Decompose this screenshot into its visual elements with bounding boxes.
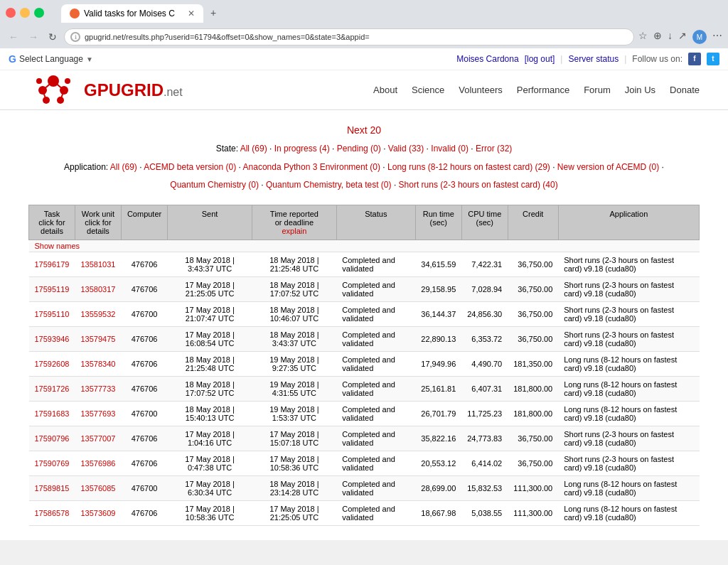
state-error[interactable]: Error (32) — [476, 144, 512, 154]
nav-science[interactable]: Science — [412, 74, 444, 106]
workunit-link[interactable]: 13559532 — [80, 310, 115, 318]
task-link[interactable]: 17595119 — [35, 285, 70, 294]
forward-button[interactable]: → — [26, 28, 41, 45]
workunit-link[interactable]: 13577693 — [80, 409, 115, 418]
app-quantum-chem[interactable]: Quantum Chemistry (0) — [170, 180, 259, 190]
sent-time: 17 May 2018 | 6:30:34 UTC — [168, 475, 252, 500]
task-link[interactable]: 17586578 — [35, 509, 70, 517]
task-link[interactable]: 17591683 — [35, 409, 70, 418]
menu-button[interactable]: ⋯ — [712, 30, 722, 44]
nav-donate[interactable]: Donate — [670, 74, 700, 106]
bookmark-icon[interactable]: ☆ — [638, 30, 648, 44]
computer-id: 476706 — [121, 376, 167, 401]
workunit-id: 13580317 — [75, 276, 121, 301]
task-link[interactable]: 17595110 — [35, 310, 70, 318]
workunit-link[interactable]: 13576986 — [80, 459, 115, 468]
back-button[interactable]: ← — [6, 28, 21, 45]
tab-bar: Valid tasks for Moises C ✕ + — [55, 3, 660, 23]
status: Completed and validated — [336, 252, 415, 276]
reported-time: 19 May 2018 | 4:31:55 UTC — [252, 376, 337, 401]
tab-close-button[interactable]: ✕ — [188, 9, 195, 18]
computer-id: 476706 — [121, 252, 167, 276]
workunit-link[interactable]: 13578340 — [80, 360, 115, 368]
application: Short runs (2-3 hours on fastest card) v… — [558, 326, 699, 351]
task-link[interactable]: 17593946 — [35, 335, 70, 343]
table-header-row: Taskclick fordetails Work unitclick ford… — [29, 205, 700, 240]
task-id: 17591683 — [29, 401, 75, 426]
app-all[interactable]: All (69) — [110, 162, 137, 172]
minimize-button[interactable] — [20, 8, 30, 18]
nav-volunteers[interactable]: Volunteers — [459, 74, 502, 106]
profile-icon[interactable]: M — [692, 30, 707, 44]
app-acemd-beta[interactable]: ACEMD beta version (0) — [144, 162, 236, 172]
twitter-icon[interactable]: t — [707, 53, 719, 65]
maximize-button[interactable] — [34, 8, 44, 18]
nav-about[interactable]: About — [373, 74, 397, 106]
computer-id: 476700 — [121, 301, 167, 326]
task-id: 17593946 — [29, 326, 75, 351]
task-link[interactable]: 17591726 — [35, 384, 70, 393]
table-row: 17590769 13576986 476706 17 May 2018 | 0… — [29, 451, 700, 475]
credit: 36,750.00 — [508, 252, 558, 276]
google-translate-widget[interactable]: G Select Language ▼ — [9, 53, 93, 65]
app-long-runs[interactable]: Long runs (8-12 hours on fastest card) (… — [387, 162, 550, 172]
workunit-link[interactable]: 13581031 — [80, 260, 115, 269]
task-link[interactable]: 17590796 — [35, 434, 70, 443]
facebook-icon[interactable]: f — [688, 53, 701, 65]
state-valid[interactable]: Valid (33) — [388, 144, 424, 154]
show-names-link[interactable]: Show names — [35, 242, 80, 250]
new-tab-button[interactable]: + — [203, 3, 223, 23]
url-text: gpugrid.net/results.php?userid=61794&off… — [85, 33, 370, 41]
app-anaconda[interactable]: Anaconda Python 3 Environment (0) — [243, 162, 380, 172]
table-row: 17592608 13578340 476706 18 May 2018 | 2… — [29, 351, 700, 376]
workunit-link[interactable]: 13577007 — [80, 434, 115, 443]
task-id: 17595119 — [29, 276, 75, 301]
nav-join-us[interactable]: Join Us — [625, 74, 655, 106]
app-short-runs[interactable]: Short runs (2-3 hours on fastest card) (… — [399, 180, 558, 190]
sent-time: 17 May 2018 | 21:07:47 UTC — [168, 301, 252, 326]
state-all[interactable]: All (69) — [240, 144, 267, 154]
runtime: 22,890.13 — [415, 326, 461, 351]
runtime: 34,615.59 — [415, 252, 461, 276]
extensions-icon[interactable]: ⊕ — [653, 30, 662, 44]
explain-link[interactable]: explain — [282, 227, 306, 235]
server-status-link[interactable]: Server status — [568, 54, 619, 64]
workunit-id: 13577007 — [75, 426, 121, 451]
address-bar[interactable]: ℹ gpugrid.net/results.php?userid=61794&o… — [64, 28, 634, 45]
th-time-reported: Time reportedor deadlineexplain — [252, 205, 337, 240]
table-row: 17591683 13577693 476700 18 May 2018 | 1… — [29, 401, 700, 426]
workunit-link[interactable]: 13576085 — [80, 484, 115, 493]
active-tab[interactable]: Valid tasks for Moises C ✕ — [61, 4, 203, 23]
dropdown-arrow[interactable]: ▼ — [86, 55, 93, 63]
runtime: 20,553.12 — [415, 451, 461, 475]
workunit-link[interactable]: 13579475 — [80, 335, 115, 343]
computer-id: 476706 — [121, 276, 167, 301]
credit: 36,750.00 — [508, 276, 558, 301]
task-link[interactable]: 17592608 — [35, 360, 70, 368]
task-id: 17592608 — [29, 351, 75, 376]
cputime: 7,028.94 — [461, 276, 508, 301]
download-icon[interactable]: ↓ — [668, 30, 673, 44]
app-quantum-beta[interactable]: Quantum Chemistry, beta test (0) — [266, 180, 392, 190]
nav-forum[interactable]: Forum — [584, 74, 611, 106]
state-invalid[interactable]: Invalid (0) — [431, 144, 469, 154]
workunit-link[interactable]: 13580317 — [80, 285, 115, 294]
nav-performance[interactable]: Performance — [517, 74, 569, 106]
task-link[interactable]: 17590769 — [35, 459, 70, 468]
security-icon: ℹ — [70, 32, 80, 42]
logo-svg — [28, 70, 78, 109]
logout-label[interactable]: [log out] — [525, 54, 555, 64]
task-link[interactable]: 17589815 — [35, 484, 70, 493]
state-inprogress[interactable]: In progress (4) — [274, 144, 330, 154]
task-link[interactable]: 17596179 — [35, 260, 70, 269]
user-link[interactable]: Moises Cardona — [456, 54, 518, 64]
workunit-link[interactable]: 13577733 — [80, 384, 115, 393]
table-row: 17593946 13579475 476706 17 May 2018 | 1… — [29, 326, 700, 351]
workunit-link[interactable]: 13573609 — [80, 509, 115, 517]
refresh-button[interactable]: ↻ — [46, 28, 60, 45]
th-computer: Computer — [121, 205, 167, 240]
share-icon[interactable]: ↗ — [678, 30, 687, 44]
app-new-acemd[interactable]: New version of ACEMD (0) — [557, 162, 659, 172]
close-button[interactable] — [6, 8, 16, 18]
state-pending[interactable]: Pending (0) — [337, 144, 381, 154]
